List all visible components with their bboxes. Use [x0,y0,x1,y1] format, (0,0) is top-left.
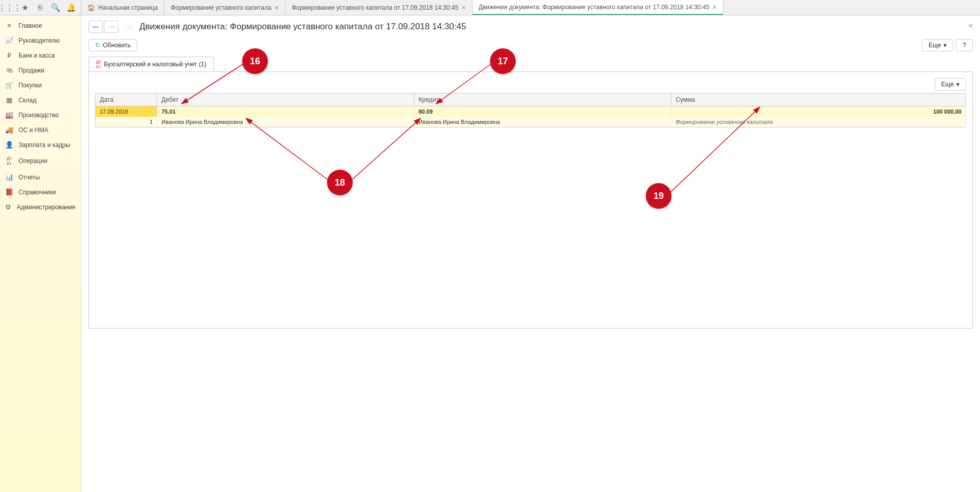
close-page-icon[interactable]: × [969,22,973,30]
sidebar-item-assets[interactable]: 🚚 ОС и НМА [0,122,81,137]
cell-credit-account: 80.09 [414,106,672,117]
book-icon: 📕 [5,188,13,196]
tab-formation[interactable]: Формирование уставного капитала × [165,0,285,15]
close-icon[interactable]: × [713,3,717,11]
button-label: Обновить [103,42,131,49]
sidebar-item-directories[interactable]: 📕 Справочники [0,185,81,199]
sidebar-item-manager[interactable]: 📈 Руководителю [0,33,81,48]
cart-icon: 🛒 [5,81,13,89]
tabs-container: 🏠 Начальная страница Формирование уставн… [81,0,980,15]
sub-tab-label: Бухгалтерский и налоговый учет (1) [104,61,206,68]
table-row[interactable]: 1 Иванова Ирина Владимировна Иванова Ири… [96,117,966,127]
help-button[interactable]: ? [956,39,973,51]
cell-num: 1 [96,117,157,127]
sidebar-item-main[interactable]: ≡ Главное [0,18,81,33]
sidebar-item-admin[interactable]: ⚙ Администрирование [0,199,81,214]
page-header: 🡐 🡒 ☆ Движения документа: Формирование у… [88,21,973,39]
annotation-16: 16 [242,48,268,74]
sidebar-item-label: Склад [19,97,37,104]
header-date[interactable]: Дата [96,94,157,106]
menu-icon: ≡ [5,22,13,29]
annotation-19: 19 [646,183,672,209]
inner-more-button[interactable]: Еще ▾ [935,78,966,90]
more-button[interactable]: Еще ▾ [922,39,953,51]
chevron-down-icon: ▾ [956,81,959,88]
sub-tab-accounting[interactable]: ДтКт Бухгалтерский и налоговый учет (1) [88,57,214,71]
barchart-icon: 📊 [5,173,13,181]
grid-icon: ▦ [5,96,13,104]
sidebar-item-operations[interactable]: ДтКт Операции [0,152,81,170]
sidebar-item-reports[interactable]: 📊 Отчеты [0,170,81,185]
sidebar-item-label: Руководителю [19,37,60,44]
sidebar-item-label: Администрирование [17,204,76,211]
gear-icon: ⚙ [5,203,12,211]
factory-icon: 🏭 [5,111,13,119]
top-toolbar: ⋮⋮⋮ ★ ⎘ 🔍 🔔 🏠 Начальная страница Формиро… [0,0,980,15]
tab-label: Движения документа: Формирование уставно… [479,4,710,11]
cell-credit-name: Иванова Ирина Владимировна [414,117,672,127]
button-label: Еще [941,81,954,88]
header-credit[interactable]: Кредит [414,94,672,106]
back-button[interactable]: 🡐 [88,21,103,33]
right-buttons: Еще ▾ ? [922,39,973,51]
tab-label: Начальная страница [98,4,158,11]
tab-formation-date[interactable]: Формирование уставного капитала от 17.09… [285,0,473,15]
close-icon[interactable]: × [275,4,279,12]
sidebar-item-warehouse[interactable]: ▦ Склад [0,93,81,107]
sidebar-item-label: Банк и касса [19,52,55,59]
toolbar-icons-group: ⋮⋮⋮ ★ ⎘ 🔍 🔔 [0,0,81,15]
sidebar-item-bank[interactable]: ₽ Банк и касса [0,48,81,63]
apps-icon[interactable]: ⋮⋮⋮ [3,1,16,14]
ruble-icon: ₽ [5,51,13,59]
page-title: Движения документа: Формирование уставно… [139,22,466,32]
table-row[interactable]: 17.09.2018 75.01 80.09 100 000,00 [96,106,966,117]
sidebar-item-label: Зарплата и кадры [19,141,70,149]
sidebar-item-salary[interactable]: 👤 Зарплата и кадры [0,137,81,152]
sidebar-item-label: Продажи [19,67,44,74]
dt-icon: ДтКт [5,156,13,166]
truck-icon: 🚚 [5,126,13,134]
copy-icon[interactable]: ⎘ [33,1,47,14]
bag-icon: 🛍 [5,66,13,74]
sidebar-item-sales[interactable]: 🛍 Продажи [0,63,81,78]
cell-date: 17.09.2018 [96,106,157,117]
tab-home[interactable]: 🏠 Начальная страница [81,0,165,15]
forward-button[interactable]: 🡒 [104,21,118,33]
close-icon[interactable]: × [462,4,466,12]
sidebar-item-label: Справочники [19,189,56,196]
sidebar-item-purchases[interactable]: 🛒 Покупки [0,78,81,93]
sidebar-item-label: Производство [19,112,59,119]
cell-debit-account: 75.01 [157,106,414,117]
home-icon: 🏠 [87,4,95,11]
refresh-icon: ↻ [95,42,100,49]
header-debit[interactable]: Дебет [157,94,414,106]
sidebar-item-production[interactable]: 🏭 Производство [0,107,81,122]
sidebar-item-label: Покупки [19,82,42,89]
cell-sum: 100 000,00 [672,106,966,117]
tab-movements[interactable]: Движения документа: Формирование уставно… [473,0,723,15]
main-content: × 🡐 🡒 ☆ Движения документа: Формирование… [81,15,980,492]
cell-desc: Формирование уставного капитала [672,117,966,127]
button-label: ? [963,42,966,49]
sidebar-item-label: Отчеты [19,174,40,181]
favorite-icon[interactable]: ☆ [126,21,134,32]
sidebar-item-label: ОС и НМА [19,126,48,134]
sidebar-item-label: Операции [19,157,47,165]
inner-toolbar: Еще ▾ [95,78,966,90]
dtkt-icon: ДтКт [96,59,101,69]
annotation-17: 17 [490,48,516,74]
annotation-18: 18 [327,170,353,195]
sidebar-item-label: Главное [19,22,42,29]
button-label: Еще [929,42,941,49]
content-area: Еще ▾ Дата Дебет Кредит Сумма 17.09.2018 [88,71,973,329]
refresh-button[interactable]: ↻ Обновить [88,39,137,51]
bell-icon[interactable]: 🔔 [64,1,78,14]
movements-table: Дата Дебет Кредит Сумма 17.09.2018 75.01… [95,93,966,127]
star-icon[interactable]: ★ [18,1,31,14]
search-icon[interactable]: 🔍 [49,1,62,14]
chart-icon: 📈 [5,37,13,44]
tab-label: Формирование уставного капитала от 17.09… [292,4,459,11]
tab-label: Формирование уставного капитала [171,4,271,11]
sidebar: ≡ Главное 📈 Руководителю ₽ Банк и касса … [0,15,81,492]
header-sum[interactable]: Сумма [672,94,966,106]
